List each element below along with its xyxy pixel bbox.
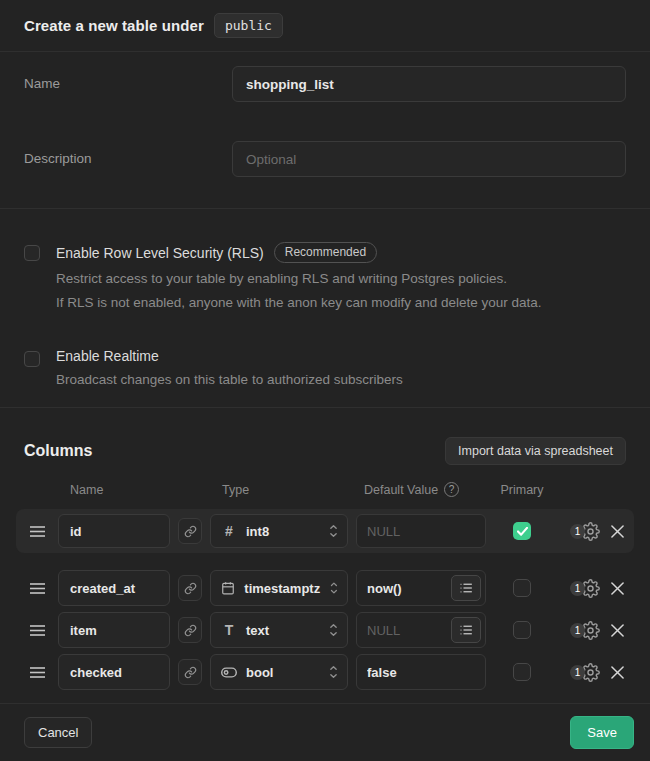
default-suggestions-button[interactable] — [451, 575, 481, 601]
column-row-created-at: timestamptz 1 — [24, 570, 626, 606]
dialog-title: Create a new table under — [24, 17, 204, 34]
list-icon — [460, 583, 472, 593]
cancel-button[interactable]: Cancel — [24, 717, 92, 748]
table-description-input[interactable] — [232, 141, 626, 177]
column-name-input[interactable] — [58, 654, 170, 690]
list-icon — [460, 625, 472, 635]
dialog-header: Create a new table under public — [0, 0, 650, 52]
remove-column-button[interactable] — [608, 525, 626, 538]
default-value-help-icon[interactable]: ? — [444, 482, 459, 497]
name-label: Name — [24, 66, 232, 91]
realtime-title: Enable Realtime — [56, 348, 159, 364]
header-default-value: Default Value — [364, 483, 438, 497]
columns-title: Columns — [24, 442, 92, 460]
default-value-input[interactable] — [357, 665, 485, 680]
close-icon — [611, 624, 624, 637]
description-label: Description — [24, 141, 232, 166]
rls-title: Enable Row Level Security (RLS) — [56, 245, 264, 261]
dialog-footer: Cancel Save — [0, 703, 650, 761]
primary-checkbox[interactable] — [513, 621, 531, 639]
columns-header-row: Name Type Default Value ? Primary — [24, 482, 626, 497]
check-icon — [517, 527, 528, 536]
column-row-id: # int8 1 — [16, 509, 634, 553]
import-spreadsheet-button[interactable]: Import data via spreadsheet — [445, 437, 626, 465]
hash-icon: # — [221, 523, 237, 539]
name-row: Name — [24, 66, 626, 102]
settings-count-badge: 1 — [570, 623, 585, 638]
drag-handle-icon[interactable] — [24, 667, 50, 678]
toggles-section: Enable Row Level Security (RLS) Recommen… — [0, 209, 650, 408]
description-row: Description — [24, 141, 626, 177]
column-settings-button[interactable]: 1 — [558, 663, 600, 682]
schema-badge: public — [214, 13, 283, 38]
default-value-input[interactable] — [357, 581, 451, 596]
rls-block: Enable Row Level Security (RLS) Recommen… — [24, 242, 626, 315]
chevron-updown-icon — [329, 580, 339, 596]
column-type-select[interactable]: # int8 — [210, 514, 348, 548]
settings-count-badge: 1 — [570, 524, 585, 539]
primary-checkbox[interactable] — [513, 663, 531, 681]
close-icon — [611, 666, 624, 679]
header-type: Type — [210, 483, 348, 497]
column-settings-button[interactable]: 1 — [558, 522, 600, 541]
recommended-badge: Recommended — [274, 242, 377, 263]
default-value-input[interactable] — [357, 623, 451, 638]
drag-handle-icon[interactable] — [24, 583, 50, 594]
table-meta-section: Name Description — [0, 52, 650, 209]
columns-section: Columns Import data via spreadsheet Name… — [0, 408, 650, 703]
settings-count-badge: 1 — [570, 665, 585, 680]
column-settings-button[interactable]: 1 — [558, 579, 600, 598]
chevron-updown-icon — [328, 622, 339, 638]
default-value-field — [356, 570, 486, 606]
close-icon — [611, 525, 624, 538]
realtime-checkbox[interactable] — [24, 351, 40, 367]
column-type-select[interactable]: T text — [210, 612, 348, 648]
foreign-key-icon[interactable] — [178, 659, 202, 685]
column-name-input[interactable] — [58, 570, 170, 606]
default-value-field — [356, 654, 486, 690]
remove-column-button[interactable] — [608, 582, 626, 595]
chevron-updown-icon — [328, 523, 339, 539]
column-name-input[interactable] — [58, 514, 170, 548]
foreign-key-icon[interactable] — [178, 518, 202, 544]
default-value-field — [356, 612, 486, 648]
column-row-item: T text 1 — [24, 612, 626, 648]
default-value-field — [356, 514, 486, 548]
settings-count-badge: 1 — [570, 581, 585, 596]
column-settings-button[interactable]: 1 — [558, 621, 600, 640]
realtime-block: Enable Realtime Broadcast changes on thi… — [24, 348, 626, 392]
column-type-select[interactable]: bool — [210, 654, 348, 690]
remove-column-button[interactable] — [608, 666, 626, 679]
realtime-description: Broadcast changes on this table to autho… — [56, 368, 403, 392]
default-suggestions-button[interactable] — [451, 617, 481, 643]
default-value-input[interactable] — [357, 524, 485, 539]
drag-handle-icon[interactable] — [24, 625, 50, 636]
rls-description: Restrict access to your table by enablin… — [56, 267, 542, 315]
save-button[interactable]: Save — [570, 716, 634, 749]
header-name: Name — [58, 483, 170, 497]
calendar-icon — [221, 581, 235, 595]
foreign-key-icon[interactable] — [178, 575, 202, 601]
primary-checkbox[interactable] — [513, 579, 531, 597]
column-name-input[interactable] — [58, 612, 170, 648]
table-name-input[interactable] — [232, 66, 626, 102]
primary-checkbox-checked[interactable] — [513, 522, 531, 540]
column-row-checked: bool 1 — [24, 654, 626, 690]
drag-handle-icon[interactable] — [24, 526, 50, 537]
close-icon — [611, 582, 624, 595]
remove-column-button[interactable] — [608, 624, 626, 637]
column-type-select[interactable]: timestamptz — [210, 570, 348, 606]
column-rows: # int8 1 — [24, 509, 626, 690]
toggle-icon — [221, 667, 237, 678]
foreign-key-icon[interactable] — [178, 617, 202, 643]
chevron-updown-icon — [328, 664, 339, 680]
header-primary: Primary — [494, 483, 550, 497]
text-icon: T — [221, 622, 237, 638]
rls-checkbox[interactable] — [24, 245, 40, 261]
